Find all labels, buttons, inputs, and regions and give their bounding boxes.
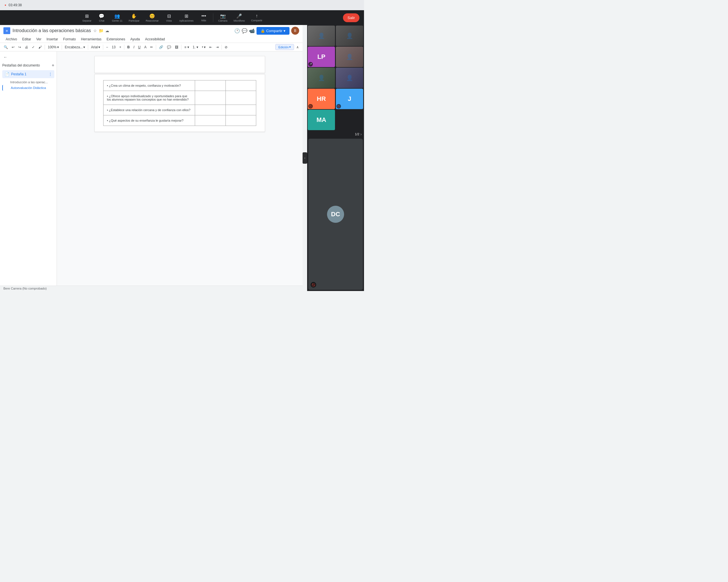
table-cell-a2[interactable] — [195, 91, 226, 105]
docs-title-right: 🕐 💬 📹 🔒 Compartir ▾ B — [234, 27, 299, 35]
gente-icon: 👥 — [114, 13, 120, 19]
menu-archivo[interactable]: Archivo — [3, 36, 19, 42]
toolbar-spellcheck[interactable]: ✓ — [30, 44, 36, 50]
table-cell-q3[interactable]: • ¿Establece una relación cercana y de c… — [104, 105, 195, 115]
toolbar-mas[interactable]: ••• Más — [197, 12, 211, 23]
sidebar-add-button[interactable]: + — [52, 63, 54, 68]
docs-title-icons: ☆ 📁 ☁ — [93, 28, 109, 33]
microfono-label: Micrófono — [234, 19, 245, 22]
toolbar-chat[interactable]: 💬 Chat — [95, 12, 108, 23]
toolbar-editing-mode[interactable]: Edición ▾ — [275, 44, 294, 50]
table-cell-b4[interactable] — [226, 115, 256, 126]
comment-icon[interactable]: 💬 — [242, 28, 248, 33]
toolbar-vista[interactable]: ⊟ Vista — [162, 12, 176, 23]
toolbar-zoom[interactable]: 100% ▾ — [46, 44, 60, 50]
menu-formato[interactable]: Formato — [61, 36, 78, 42]
menu-accesibilidad[interactable]: Accesibilidad — [143, 36, 167, 42]
table-cell-a3[interactable] — [195, 105, 226, 115]
video-feed-5: 👤 — [336, 67, 363, 88]
toolbar-camara[interactable]: 📷 Cámara — [215, 12, 230, 23]
question-4-text: ¿Qué aspectos de su enseñanza le gustarí… — [109, 119, 183, 122]
table-cell-q4[interactable]: • ¿Qué aspectos de su enseñanza le gusta… — [104, 115, 195, 126]
tab-menu-icon[interactable]: ⋮ — [49, 72, 52, 76]
sidebar-back-button[interactable]: ← — [2, 54, 54, 60]
menu-ayuda[interactable]: Ayuda — [128, 36, 142, 42]
share-button[interactable]: 🔒 Compartir ▾ — [257, 27, 289, 35]
table-cell-b3[interactable] — [226, 105, 256, 115]
aplicaciones-label: Aplicaciones — [179, 19, 194, 22]
toolbar-paintformat[interactable]: 🖌 — [37, 44, 43, 50]
table-cell-a4[interactable] — [195, 115, 226, 126]
participant-j-mic: 🚫 — [336, 104, 341, 109]
toolbar-collapse[interactable]: ∧ — [295, 44, 300, 50]
mas-icon: ••• — [201, 13, 206, 19]
toolbar-comment[interactable]: 💬 — [165, 44, 173, 50]
toolbar-text-color[interactable]: A — [143, 44, 148, 50]
participant-lp-mic: 🎤 — [308, 62, 313, 66]
toolbar-indent-decrease[interactable]: ⇤ — [208, 44, 213, 50]
table-cell-q2[interactable]: • ¿Ofrece apoyo individualizado y oportu… — [104, 91, 195, 105]
folder-icon[interactable]: 📁 — [99, 28, 104, 33]
video-person-icon-2: 👤 — [346, 32, 353, 39]
toolbar-undo[interactable]: ↩ — [10, 44, 16, 50]
collapse-panel-arrow[interactable]: ‹ — [303, 152, 307, 164]
compartir-label: Compartir — [251, 19, 262, 22]
toolbar-link[interactable]: 🔗 — [158, 44, 165, 50]
doc-page-top — [95, 56, 265, 73]
toolbar-compartir[interactable]: ↑ Compartir — [248, 12, 265, 23]
toolbar-print[interactable]: 🖨 — [23, 44, 30, 50]
participar-icon: ✋ — [131, 13, 137, 19]
menu-insertar[interactable]: Insertar — [44, 36, 60, 42]
toolbar-sep-2 — [62, 45, 62, 50]
camara-icon: 📷 — [220, 13, 226, 19]
toolbar-redo[interactable]: ↪ — [17, 44, 23, 50]
toolbar-indent-increase[interactable]: ⇥ — [214, 44, 220, 50]
toolbar-microfono[interactable]: 🎤 Micrófono — [231, 12, 248, 23]
toolbar-font-size-increase[interactable]: + — [118, 44, 123, 50]
participant-tile-4: 👤 — [308, 67, 335, 88]
leave-button[interactable]: Salir — [343, 13, 360, 22]
toolbar-separar[interactable]: ⊞ Separar — [79, 12, 94, 23]
toolbar-search[interactable]: 🔍 — [2, 44, 9, 50]
sidebar-doc-item-1[interactable]: Introducción a las operac... — [2, 79, 54, 85]
toolbar-clear-format[interactable]: ⊘ — [223, 44, 229, 50]
table-cell-b1[interactable] — [226, 80, 256, 91]
menu-herramientas[interactable]: Herramientas — [79, 36, 104, 42]
toolbar-bold[interactable]: B — [126, 44, 131, 50]
toolbar-italic[interactable]: I — [132, 44, 136, 50]
toolbar-list-bullet[interactable]: • ▾ — [201, 44, 207, 50]
doc-page[interactable]: • ¿Crea un clima de respeto, confianza y… — [95, 74, 265, 132]
cloud-icon[interactable]: ☁ — [105, 28, 109, 33]
star-icon[interactable]: ☆ — [93, 28, 97, 33]
participant-tile-empty — [336, 110, 363, 130]
table-cell-a1[interactable] — [195, 80, 226, 91]
pagination-next-arrow[interactable]: › — [360, 132, 362, 136]
toolbar-align[interactable]: ≡ ▾ — [183, 44, 190, 50]
menu-extensiones[interactable]: Extensiones — [104, 36, 127, 42]
toolbar-highlight[interactable]: ✏ — [149, 44, 154, 50]
user-avatar[interactable]: B — [291, 27, 299, 35]
video-icon[interactable]: 📹 — [249, 28, 255, 33]
sidebar-doc-item-2[interactable]: Autoevaluación Didáctica — [2, 85, 54, 91]
toolbar-font[interactable]: Arial ▾ — [89, 44, 102, 50]
toolbar-underline[interactable]: U — [137, 44, 142, 50]
compartir-icon: ↑ — [256, 13, 258, 19]
table-cell-q1[interactable]: • ¿Crea un clima de respeto, confianza y… — [104, 80, 195, 91]
toolbar-font-size-decrease[interactable]: − — [105, 44, 109, 50]
menu-ver[interactable]: Ver — [34, 36, 44, 42]
question-1-text: ¿Crea un clima de respeto, confianza y m… — [109, 84, 181, 87]
toolbar-image[interactable]: 🖼 — [174, 44, 180, 50]
clock-icon[interactable]: 🕐 — [234, 28, 240, 33]
menu-editar[interactable]: Editar — [20, 36, 33, 42]
toolbar-font-size[interactable]: 13 — [110, 44, 117, 50]
toolbar-list-ordered[interactable]: 1. ▾ — [191, 44, 200, 50]
toolbar-reaccionar[interactable]: 😊 Reaccionar — [143, 12, 161, 23]
toolbar-aplicaciones[interactable]: ⊞ Aplicaciones — [176, 12, 197, 23]
sidebar-tab-1[interactable]: 📄 Pestaña 1 ⋮ — [2, 70, 54, 78]
toolbar-gente[interactable]: 👥 Gente 11 — [109, 12, 125, 23]
toolbar-style[interactable]: Encabeza... ▾ — [63, 44, 86, 50]
table-cell-b2[interactable] — [226, 91, 256, 105]
share-label: Compartir — [266, 29, 282, 33]
toolbar-participar[interactable]: ✋ Participar — [126, 12, 142, 23]
active-speaker-avatar: DC — [327, 206, 344, 223]
